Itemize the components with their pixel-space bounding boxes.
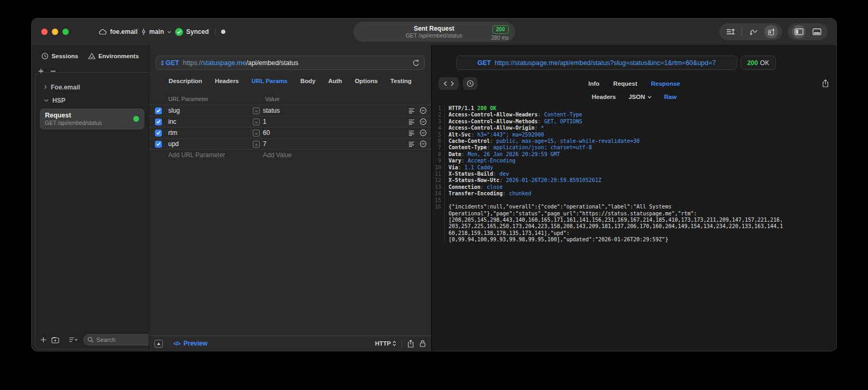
search-input[interactable] <box>96 337 149 343</box>
toggle-bottom-panel-button[interactable] <box>810 25 824 39</box>
tab-url-params[interactable]: URL Params <box>252 78 288 84</box>
tab-testing[interactable]: Testing <box>390 78 412 84</box>
code-text: Access-Control-Allow-Origin: * <box>449 125 544 131</box>
sent-request-pill[interactable]: Sent Request GET /api/embed/status 200 2… <box>353 22 515 42</box>
toolbar-separator <box>742 28 742 36</box>
param-value[interactable]: 1 <box>263 118 267 125</box>
param-name[interactable]: rtm <box>168 129 177 137</box>
method-selector-icon[interactable] <box>161 60 164 66</box>
remove-row-icon[interactable] <box>419 118 427 125</box>
response-url-box[interactable]: GET https://statuspage.me/api/embed/stat… <box>456 56 737 70</box>
param-name[interactable]: upd <box>168 140 179 148</box>
zoom-window-button[interactable] <box>62 29 69 35</box>
code-text: 60,218,159,138,178,135,173,141],"upd": <box>449 230 570 237</box>
column-value: Value <box>265 96 279 102</box>
sidebar-request-item[interactable]: Request GET /api/embed/status <box>40 108 144 130</box>
tab-sessions-label: Sessions <box>51 53 78 59</box>
tab-environments[interactable]: Environments <box>88 52 139 60</box>
param-row-rtm[interactable]: rtm=60 <box>149 127 431 138</box>
add-request-button[interactable] <box>40 337 47 343</box>
search-icon <box>87 337 94 343</box>
code-text: {"incidents":null,"overall":{"code":"ope… <box>449 204 671 210</box>
tab-body[interactable]: Body <box>300 78 316 84</box>
tab-description[interactable]: Description <box>169 78 202 84</box>
request-method[interactable]: GET <box>166 59 179 67</box>
collapse-panel-button[interactable] <box>154 340 163 348</box>
environments-icon <box>88 52 96 60</box>
param-row-upd[interactable]: upd=7 <box>149 138 431 149</box>
toolbar-group-actions <box>719 23 782 40</box>
sidebar-search[interactable] <box>83 334 149 346</box>
param-value[interactable]: 7 <box>263 140 267 148</box>
param-checkbox[interactable] <box>155 119 162 125</box>
param-value[interactable]: 60 <box>263 129 270 137</box>
row-lines-icon[interactable] <box>408 130 415 136</box>
tab-headers[interactable]: Headers <box>215 78 239 84</box>
line-number: 11 <box>432 171 445 177</box>
code-line: 15 <box>432 197 836 204</box>
param-name[interactable]: slug <box>168 107 180 114</box>
param-name[interactable]: inc <box>168 118 176 125</box>
minimize-window-button[interactable] <box>52 29 58 35</box>
titlebar: foe.email main Synced <box>32 19 836 45</box>
param-checkbox[interactable] <box>155 107 162 114</box>
remove-row-icon[interactable] <box>419 129 427 137</box>
toggle-sidebar-button[interactable] <box>792 25 806 39</box>
remove-row-icon[interactable] <box>419 140 427 148</box>
code-line: 3Access-Control-Allow-Methods: GET, OPTI… <box>432 119 836 125</box>
param-row-slug[interactable]: slug=status <box>149 105 431 116</box>
sidebar: Sessions Environments <box>32 45 149 351</box>
back-button[interactable] <box>444 81 447 86</box>
row-lines-icon[interactable] <box>408 108 415 114</box>
sidebar-panel: Foe.email HSP Request GET /api/embed/sta… <box>35 72 149 349</box>
resend-request-button[interactable] <box>413 59 419 67</box>
app-window: foe.email main Synced <box>32 19 836 351</box>
share-button[interactable] <box>407 340 414 348</box>
row-lines-icon[interactable] <box>408 119 415 125</box>
row-lines-icon[interactable] <box>408 141 415 147</box>
tab-options[interactable]: Options <box>355 78 378 84</box>
tree-item-foe-email[interactable]: Foe.email <box>35 80 149 94</box>
equals-icon: = <box>253 107 260 114</box>
branch-selector[interactable]: main <box>141 28 171 35</box>
close-window-button[interactable] <box>41 29 48 35</box>
tab-request[interactable]: Request <box>613 80 637 87</box>
subtab-headers[interactable]: Headers <box>592 94 616 100</box>
add-value[interactable]: Add Value <box>263 151 292 159</box>
subtab-json[interactable]: JSON <box>628 94 651 100</box>
new-folder-button[interactable] <box>51 337 59 343</box>
merge-branch-button[interactable] <box>746 25 760 39</box>
tab-auth[interactable]: Auth <box>328 78 342 84</box>
project-selector[interactable]: foe.email <box>98 28 138 35</box>
subtab-raw[interactable]: Raw <box>664 94 677 100</box>
equals-icon: = <box>253 119 260 125</box>
code-line: 6Cache-Control: public, max-age=15, stal… <box>432 138 836 144</box>
titlebar-separator <box>215 28 215 35</box>
add-param-row[interactable]: Add URL Parameter Add Value <box>149 149 431 160</box>
remove-row-icon[interactable] <box>419 107 427 114</box>
param-checkbox[interactable] <box>155 130 162 137</box>
param-value[interactable]: status <box>263 107 280 114</box>
tree-item-hsp[interactable]: HSP <box>35 94 149 107</box>
line-number: 1 <box>432 105 445 112</box>
param-row-inc[interactable]: inc=1 <box>149 116 431 127</box>
tab-sessions[interactable]: Sessions <box>41 52 78 60</box>
import-export-button[interactable] <box>764 25 778 39</box>
protocol-selector[interactable]: HTTP <box>375 340 396 347</box>
sync-status[interactable]: Synced <box>175 28 209 36</box>
request-list-button[interactable] <box>724 25 737 39</box>
request-success-dot-icon <box>133 116 139 122</box>
request-url-bar[interactable]: GET https://statuspage.me/api/embed/stat… <box>156 56 425 70</box>
param-checkbox[interactable] <box>155 141 162 148</box>
sidebar-toolbar <box>35 331 149 349</box>
forward-button[interactable] <box>451 81 454 86</box>
preview-button[interactable]: </> Preview <box>173 340 207 347</box>
tab-info[interactable]: Info <box>588 80 599 87</box>
lock-icon[interactable] <box>419 340 426 347</box>
history-clock-button[interactable] <box>463 77 478 90</box>
url-params-table: URL Parameter Value slug=statusinc=1rtm=… <box>149 93 431 160</box>
add-url-parameter[interactable]: Add URL Parameter <box>168 151 225 159</box>
export-response-button[interactable] <box>822 79 829 87</box>
tab-response[interactable]: Response <box>651 80 680 87</box>
sort-filter-button[interactable] <box>69 337 78 343</box>
